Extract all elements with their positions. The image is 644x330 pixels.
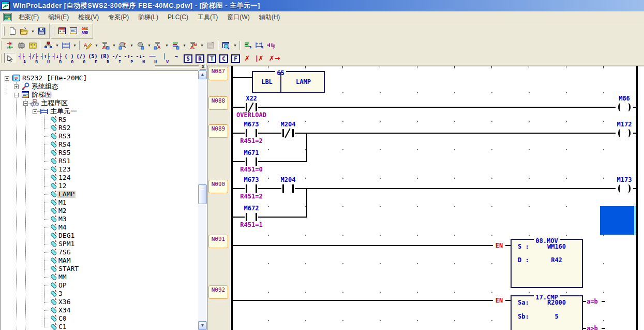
tree-item-123[interactable]: 123 <box>1 165 198 174</box>
ladder-canvas[interactable] <box>230 66 644 330</box>
tree-item-op[interactable]: OP <box>1 281 198 290</box>
status-list-button[interactable] <box>170 40 181 51</box>
scroll-up-icon[interactable]: ▲ <box>198 70 207 79</box>
tree-item-rs232-fbe-20mc-[interactable]: −RS232 [FBe-20MC] <box>1 74 198 82</box>
output-coil-M172[interactable] <box>616 128 633 138</box>
output-coil-M173[interactable] <box>616 184 633 193</box>
new-file-button[interactable] <box>7 25 18 37</box>
register-book-button[interactable] <box>27 40 38 51</box>
no-contact-M673[interactable] <box>245 128 258 138</box>
nc-contact-M204[interactable] <box>281 128 295 138</box>
tree-item-spm1[interactable]: SPM1 <box>1 240 198 248</box>
tree-item-rs2[interactable]: RS2 <box>1 124 198 132</box>
tree-item-m1[interactable]: M1 <box>1 198 198 207</box>
dropdown-arrow-icon[interactable]: ▼ <box>232 40 238 51</box>
tree-item-rs5[interactable]: RS5 <box>1 149 198 157</box>
help-contact-button[interactable]: ? <box>265 40 276 51</box>
ladder-window-button[interactable] <box>56 25 68 37</box>
ladder-branch-button[interactable] <box>60 40 71 51</box>
tree-item-12[interactable]: 12 <box>1 182 198 190</box>
titlebar[interactable]: WinProLadder [自动模SWS2-300程序 FBE-40MC.pdw… <box>0 0 644 11</box>
tree-item-rs[interactable]: RS <box>1 116 198 124</box>
network-badge-N092[interactable]: N092 <box>208 285 228 299</box>
expand-icon[interactable]: + <box>14 84 19 89</box>
function-C-button[interactable]: C <box>218 53 230 64</box>
tree-item-start[interactable]: START <box>1 265 198 273</box>
network-badge-N090[interactable]: N090 <box>208 180 228 193</box>
network-badge-N088[interactable]: N088 <box>208 96 228 110</box>
toolbar-grip[interactable] <box>53 26 54 36</box>
function-block-17-CMP[interactable]: 17.CMPSa:R2000Sb:5 <box>511 295 583 330</box>
panel-splitter-handle[interactable] <box>155 65 199 68</box>
tree-item-lamp[interactable]: LAMP <box>1 190 198 198</box>
help-ladder-button[interactable]: ? <box>253 40 265 51</box>
function-F-button[interactable]: F <box>230 53 242 64</box>
dropdown-arrow-icon[interactable]: ▼ <box>111 40 117 51</box>
component-a-button[interactable]: A <box>152 40 163 51</box>
dropdown-arrow-icon[interactable]: ▼ <box>182 40 187 51</box>
dropdown-arrow-icon[interactable]: ▼ <box>146 40 152 51</box>
dropdown-arrow-icon[interactable]: ▼ <box>199 40 205 51</box>
monitor-config-button[interactable] <box>117 40 128 51</box>
menu-item-8[interactable]: 辅助(H) <box>254 11 285 23</box>
toolbar-grip[interactable] <box>1 41 2 50</box>
tree-item-rs1[interactable]: RS1 <box>1 157 198 165</box>
menu-item-4[interactable]: 阶梯(L) <box>133 11 163 23</box>
tree-item--[interactable]: +系统组态 <box>1 82 198 91</box>
tree-item-m3[interactable]: M3 <box>1 215 198 223</box>
tree-item-c1[interactable]: C1 <box>1 323 198 330</box>
edit-comment-button[interactable]: A <box>82 40 93 51</box>
menu-item-5[interactable]: PLC(C) <box>163 12 193 22</box>
io-transfer-button[interactable] <box>4 40 16 51</box>
tree-item-rs3[interactable]: RS3 <box>1 132 198 140</box>
component-m-button[interactable]: M <box>187 40 199 51</box>
no-contact-M204[interactable] <box>281 184 295 193</box>
scroll-down-icon[interactable]: ▼ <box>198 321 207 330</box>
no-contact-M673[interactable] <box>245 184 258 193</box>
tree-item-x36[interactable]: X36 <box>1 298 198 306</box>
tree-item-mm[interactable]: MM <box>1 273 198 281</box>
close-panel-icon[interactable]: x <box>200 63 206 70</box>
disabled-box-button[interactable] <box>205 40 216 51</box>
tree-scrollbar[interactable]: ▲ ▼ <box>198 70 207 330</box>
instruction-window-button[interactable] <box>68 25 79 37</box>
network-badge-N091[interactable]: N091 <box>208 235 228 248</box>
tree-item-3[interactable]: 3 <box>1 290 198 298</box>
tree-item-m2[interactable]: M2 <box>1 207 198 215</box>
monitor-button[interactable] <box>134 40 146 51</box>
dropdown-arrow-icon[interactable]: ▼ <box>129 40 134 51</box>
dropdown-arrow-icon[interactable]: ▼ <box>30 25 36 37</box>
menu-item-6[interactable]: 工具(T) <box>193 11 222 23</box>
scrollbar-thumb[interactable] <box>198 184 207 204</box>
delete-tool-2-button[interactable]: ✗→ <box>266 53 283 64</box>
dropdown-arrow-icon[interactable]: ▼ <box>54 40 60 51</box>
tree-item-7sg[interactable]: 7SG <box>1 248 198 256</box>
collapse-icon[interactable]: − <box>33 109 37 114</box>
toolbar-grip[interactable] <box>3 26 5 36</box>
delete-tool-1-button[interactable]: |✗ <box>253 53 266 64</box>
project-tree-button[interactable] <box>42 40 54 51</box>
tree-item-rs4[interactable]: RS4 <box>1 140 198 149</box>
edit-cursor-cell[interactable] <box>600 206 636 235</box>
dropdown-arrow-icon[interactable]: ▼ <box>72 40 78 51</box>
no-contact-M671[interactable] <box>245 157 258 166</box>
tree-item-124[interactable]: 124 <box>1 174 198 182</box>
dropdown-arrow-icon[interactable]: ▼ <box>94 40 99 51</box>
collapse-icon[interactable]: − <box>5 76 9 81</box>
delete-tool-0-button[interactable]: ✗ <box>242 53 253 64</box>
collapse-icon[interactable]: − <box>14 93 19 97</box>
output-coil-M86[interactable] <box>616 103 633 112</box>
save-file-button[interactable] <box>36 25 47 37</box>
nc-contact-X22[interactable] <box>245 103 258 112</box>
tree-item-deg1[interactable]: DEG1 <box>1 232 198 240</box>
menu-item-2[interactable]: 检视(V) <box>73 11 103 23</box>
menu-item-0[interactable]: 档案(F) <box>14 11 43 23</box>
tree-item-x34[interactable]: X34 <box>1 306 198 314</box>
org-and-button[interactable]: ORGAND <box>79 25 91 37</box>
chip-button[interactable] <box>16 40 27 51</box>
zoom-window-button[interactable] <box>220 40 232 51</box>
tree-item-c0[interactable]: C0 <box>1 314 198 323</box>
open-file-button[interactable] <box>18 25 29 37</box>
component-wave-button[interactable] <box>99 40 111 51</box>
tree-item-m4[interactable]: M4 <box>1 223 198 232</box>
